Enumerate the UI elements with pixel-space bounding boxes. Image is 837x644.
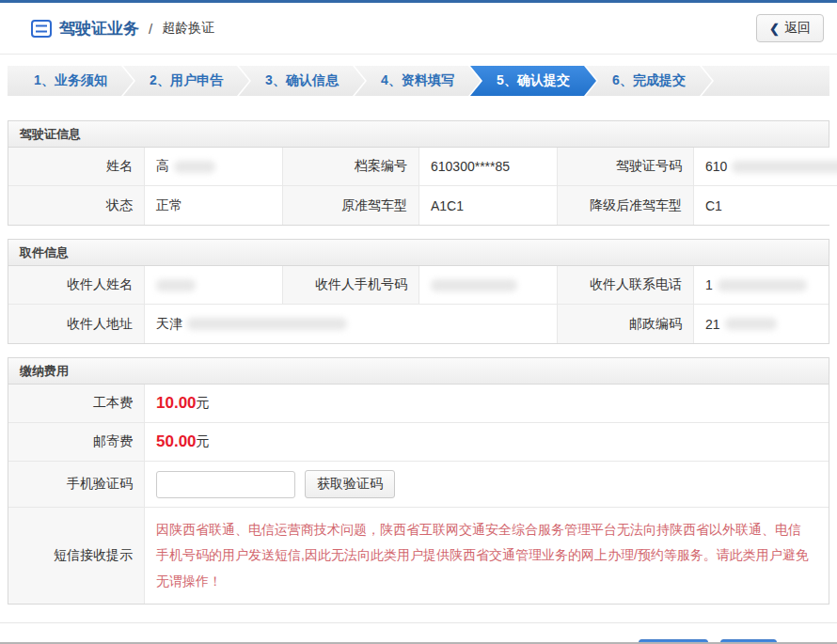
previous-step-button[interactable]: 上一步 bbox=[639, 639, 708, 644]
page-title: 驾驶证业务 / 超龄换证 bbox=[31, 18, 214, 39]
step-tab-4[interactable]: 4、资料填写 bbox=[355, 66, 481, 96]
fee-amount: 10.00 bbox=[156, 394, 197, 413]
step-tab-5-active[interactable]: 5、确认提交 bbox=[470, 66, 596, 96]
field-label: 状态 bbox=[8, 186, 145, 225]
section-license-info: 驾驶证信息 姓名 高 档案编号 610300****85 驾驶证号码 610 状… bbox=[8, 120, 829, 226]
field-value-text: 610 bbox=[705, 159, 727, 174]
field-value-text: 正常 bbox=[156, 197, 182, 214]
field-value-status: 正常 bbox=[145, 186, 283, 225]
field-label: 降级后准驾车型 bbox=[558, 186, 694, 225]
field-value-recipient-name bbox=[145, 266, 283, 305]
redaction-blur bbox=[732, 161, 837, 173]
field-label: 收件人手机号码 bbox=[283, 266, 419, 305]
service-subtitle: 超龄换证 bbox=[162, 20, 214, 37]
step-tab-1[interactable]: 1、业务须知 bbox=[8, 66, 134, 96]
list-form-icon bbox=[31, 20, 52, 38]
field-value-original-class: A1C1 bbox=[419, 186, 558, 225]
step-tab-3[interactable]: 3、确认信息 bbox=[239, 66, 365, 96]
back-button[interactable]: ❮ 返回 bbox=[756, 14, 824, 42]
field-label: 姓名 bbox=[8, 148, 145, 186]
footer-actions: 上一步 完成 bbox=[0, 623, 837, 644]
field-value-text: 高 bbox=[156, 158, 169, 175]
fee-unit: 元 bbox=[197, 433, 210, 450]
redaction-blur bbox=[718, 279, 807, 291]
license-info-table: 姓名 高 档案编号 610300****85 驾驶证号码 610 状态 正常 原… bbox=[8, 148, 829, 225]
field-value-postal-code: 21 bbox=[694, 305, 829, 343]
field-value-text: 610300****85 bbox=[431, 159, 510, 174]
step-tab-2[interactable]: 2、用户申告 bbox=[123, 66, 249, 96]
field-value-downgraded-class: C1 bbox=[694, 186, 837, 225]
fee-amount: 50.00 bbox=[156, 432, 197, 451]
sms-code-input[interactable] bbox=[156, 471, 295, 498]
field-label: 短信接收提示 bbox=[8, 508, 145, 604]
section-title: 驾驶证信息 bbox=[8, 121, 829, 148]
field-value-recipient-address: 天津 bbox=[145, 305, 558, 343]
step-tab-label: 1、业务须知 bbox=[34, 72, 107, 89]
fee-unit: 元 bbox=[197, 395, 210, 412]
field-label: 邮政编码 bbox=[558, 305, 694, 343]
redaction-blur bbox=[725, 318, 777, 330]
step-tab-label: 5、确认提交 bbox=[497, 72, 570, 89]
service-title: 驾驶证业务 bbox=[59, 18, 139, 39]
step-wizard-filler bbox=[702, 66, 829, 96]
back-button-label: 返回 bbox=[784, 20, 811, 37]
field-value-name: 高 bbox=[145, 148, 283, 186]
field-value-file-number: 610300****85 bbox=[419, 148, 558, 186]
pickup-info-table: 收件人姓名 收件人手机号码 收件人联系电话 1 收件人地址 天津 邮政编码 21 bbox=[8, 266, 829, 343]
field-value-mailing-fee: 50.00元 bbox=[145, 423, 829, 462]
get-sms-code-button[interactable]: 获取验证码 bbox=[305, 470, 395, 498]
section-title: 缴纳费用 bbox=[8, 358, 829, 385]
step-tab-label: 6、完成提交 bbox=[612, 72, 686, 89]
section-fees: 缴纳费用 工本费 10.00元 邮寄费 50.00元 手机验证码 获取验证码 短… bbox=[8, 357, 829, 605]
field-value-text: C1 bbox=[705, 198, 722, 213]
field-label: 收件人联系电话 bbox=[558, 266, 694, 305]
page: 驾驶证业务 / 超龄换证 ❮ 返回 1、业务须知 2、用户申告 3、确认信息 4… bbox=[0, 0, 837, 644]
field-value-text: A1C1 bbox=[431, 198, 464, 213]
field-value-production-fee: 10.00元 bbox=[145, 385, 829, 423]
step-wizard: 1、业务须知 2、用户申告 3、确认信息 4、资料填写 5、确认提交 6、完成提… bbox=[8, 66, 829, 96]
field-value-text: 1 bbox=[705, 277, 713, 292]
field-label: 收件人地址 bbox=[8, 305, 145, 343]
field-label: 收件人姓名 bbox=[8, 266, 145, 305]
finish-button[interactable]: 完成 bbox=[720, 639, 777, 644]
fees-table: 工本费 10.00元 邮寄费 50.00元 手机验证码 获取验证码 短信接收提示… bbox=[8, 385, 829, 604]
step-tab-label: 3、确认信息 bbox=[265, 72, 339, 89]
redaction-blur bbox=[431, 279, 517, 291]
step-tab-label: 4、资料填写 bbox=[381, 72, 454, 89]
step-tab-label: 2、用户申告 bbox=[150, 72, 223, 89]
redaction-blur bbox=[187, 318, 347, 330]
field-value-recipient-mobile bbox=[419, 266, 558, 305]
chevron-left-icon: ❮ bbox=[769, 22, 780, 36]
field-value-text: 天津 bbox=[156, 316, 182, 333]
sms-notice-text: 因陕西省联通、电信运营商技术问题，陕西省互联网交通安全综合服务管理平台无法向持陕… bbox=[145, 508, 829, 604]
redaction-blur bbox=[156, 279, 196, 291]
field-label: 原准驾车型 bbox=[283, 186, 419, 225]
field-value-text: 21 bbox=[705, 317, 720, 332]
field-label: 手机验证码 bbox=[8, 462, 145, 508]
section-pickup-info: 取件信息 收件人姓名 收件人手机号码 收件人联系电话 1 收件人地址 天津 邮政… bbox=[8, 239, 829, 344]
sms-code-row: 获取验证码 bbox=[145, 462, 829, 508]
field-value-recipient-phone: 1 bbox=[694, 266, 829, 305]
title-separator: / bbox=[149, 21, 152, 37]
header: 驾驶证业务 / 超龄换证 ❮ 返回 bbox=[0, 3, 837, 55]
field-label: 邮寄费 bbox=[8, 423, 145, 462]
field-value-license-number: 610 bbox=[694, 148, 837, 186]
redaction-blur bbox=[174, 161, 215, 173]
step-tab-6[interactable]: 6、完成提交 bbox=[586, 66, 712, 96]
field-label: 档案编号 bbox=[283, 148, 419, 186]
field-label: 驾驶证号码 bbox=[558, 148, 694, 186]
section-title: 取件信息 bbox=[8, 240, 829, 266]
field-label: 工本费 bbox=[8, 385, 145, 423]
